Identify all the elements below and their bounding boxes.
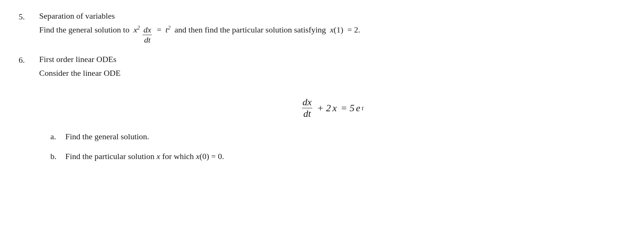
var-x3: x	[332, 100, 337, 116]
problem-5-body: Find the general solution to x2 dx dt = …	[39, 23, 625, 44]
problem-5-title: Separation of variables	[39, 11, 625, 21]
sub-items: a. Find the general solution. b. Find th…	[39, 130, 625, 163]
exp-t: t	[362, 103, 364, 113]
problem-5-body-text: Find the general solution to	[39, 25, 131, 34]
var-x4: x	[156, 152, 160, 161]
sub-content-a: Find the general solution.	[65, 130, 149, 143]
display-math-line: dx dt + 2x = 5et	[301, 97, 363, 119]
sub-label-a: a.	[50, 130, 65, 143]
var-x5: x	[196, 152, 200, 161]
connector-text: and then find the particular solution sa…	[172, 25, 328, 34]
problem-6-title: First order linear ODEs	[39, 55, 625, 64]
sub-item-b: b. Find the particular solution x for wh…	[39, 150, 625, 163]
frac-dxdt-display: dx dt	[302, 97, 313, 119]
problem-6-number: 6.	[19, 55, 39, 170]
var-x: x	[134, 25, 137, 34]
fraction-dxdt: dx dt	[142, 26, 153, 44]
problem-6-content: First order linear ODEs Consider the lin…	[39, 55, 625, 170]
base-e: e	[356, 100, 360, 116]
problem-5: 5. Separation of variables Find the gene…	[19, 11, 625, 44]
plus-sign: + 2	[315, 100, 331, 116]
paren-open: (	[334, 25, 336, 34]
problem-5-content: Separation of variables Find the general…	[39, 11, 625, 44]
problem-6: 6. First order linear ODEs Consider the …	[19, 55, 625, 170]
val-1: 1	[337, 25, 341, 34]
sub-label-b: b.	[50, 150, 65, 163]
exp-2b: 2	[168, 25, 171, 31]
problem-5-number: 5.	[19, 11, 39, 44]
equals-2: = 2.	[345, 25, 360, 34]
var-x2: x	[330, 25, 334, 34]
equals-sign: =	[155, 25, 163, 34]
sub-item-a: a. Find the general solution.	[39, 130, 625, 143]
eq-sign: = 5	[338, 100, 354, 116]
problem-6-intro: Consider the linear ODE	[39, 66, 625, 80]
problem-6-body: Consider the linear ODE dx dt + 2x = 5et…	[39, 66, 625, 163]
sub-content-b: Find the particular solution x for which…	[65, 150, 224, 163]
exp-2: 2	[137, 25, 140, 31]
paren-close: )	[341, 25, 343, 34]
display-equation: dx dt + 2x = 5et	[39, 94, 625, 119]
